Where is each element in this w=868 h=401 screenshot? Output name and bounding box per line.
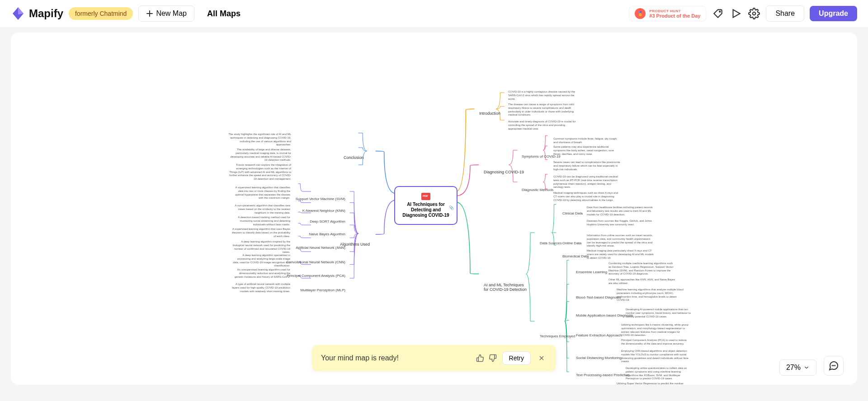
sub-text[interactable]: Text Processing-based Prediction — [576, 373, 630, 377]
sub-mlp[interactable]: Multilayer Perceptron (MLP) — [300, 288, 345, 292]
leaf[interactable]: Machine learning algorithms that analyze… — [617, 288, 684, 302]
medal-icon: 🏅 — [635, 8, 646, 19]
leaf[interactable]: Developing AI-powered mobile application… — [626, 308, 693, 318]
branch-ai-ml[interactable]: AI and ML Techniques for COVID-19 Detect… — [481, 282, 531, 293]
sub-cnn[interactable]: Convolutional Neural Network (CNN) — [286, 260, 345, 264]
branch-introduction[interactable]: Introduction — [476, 110, 503, 117]
sub-nb[interactable]: Naive Bayes Algorithm — [309, 232, 345, 236]
sub-clinical[interactable]: Clinical Data — [562, 211, 583, 215]
leaf[interactable]: COVID-19 is a highly contagious disease … — [508, 90, 576, 101]
play-icon[interactable] — [730, 7, 742, 20]
leaf[interactable]: Utilizing techniques like k-means cluste… — [621, 323, 689, 337]
mapify-logo-icon — [11, 6, 25, 21]
sub-online[interactable]: Online Data — [562, 241, 581, 245]
sub-svm[interactable]: Support Vector Machine (SVM) — [296, 197, 345, 201]
leaf[interactable]: Datasets from sources like Kaggle, GitHu… — [587, 219, 655, 227]
ph-line2: #3 Product of the Day — [649, 13, 700, 19]
svg-point-6 — [834, 365, 834, 366]
center-title: AI Techniques for Detecting and Diagnosi… — [399, 202, 453, 218]
ready-toast: Your mind map is ready! Retry — [312, 345, 556, 371]
attachment-icon: 📎 — [449, 205, 454, 210]
sub-ann[interactable]: Artificial Neural Network (ANN) — [296, 246, 345, 250]
leaf[interactable]: A detection-based tracking method used f… — [231, 216, 290, 226]
toast-text: Your mind map is ready! — [321, 354, 471, 362]
sub-techniques[interactable]: Techniques Employed — [540, 334, 575, 338]
svg-point-0 — [720, 11, 721, 12]
retry-button[interactable]: Retry — [502, 351, 531, 365]
leaf[interactable]: Medical imaging techniques such as chest… — [553, 191, 621, 202]
leaf[interactable]: A type of artificial neural network with… — [231, 283, 290, 293]
svg-marker-1 — [733, 9, 740, 17]
leaf[interactable]: A deep learning algorithm specialized in… — [231, 254, 290, 268]
logo[interactable]: Mapify — [11, 6, 63, 21]
leaf[interactable]: A deep learning algorithm inspired by th… — [231, 240, 290, 254]
sub-blood[interactable]: Blood-Test-based Diagnosis — [576, 295, 621, 299]
leaf[interactable]: Future research can explore the integrat… — [228, 163, 291, 181]
leaf[interactable]: Developing online questionnaires to coll… — [626, 367, 693, 381]
leaf[interactable]: Severe cases can lead to complications l… — [553, 161, 621, 171]
thumbs-down-icon[interactable] — [489, 354, 497, 362]
svg-point-2 — [753, 12, 756, 15]
leaf[interactable]: An unsupervised learning algorithm used … — [231, 268, 290, 279]
leaf[interactable]: Some patients may also experience additi… — [553, 145, 621, 156]
leaf[interactable]: Medical imaging data particularly chest … — [587, 249, 655, 260]
sub-feature[interactable]: Feature Extraction Approach — [576, 333, 622, 337]
leaf[interactable]: Utilizing Super Vector Regression to pre… — [617, 382, 684, 385]
leaf[interactable]: Principal Component Analysis (PCA) is us… — [621, 339, 689, 346]
leaf[interactable]: A supervised learning algorithm that cla… — [231, 186, 290, 200]
chevron-down-icon — [803, 364, 810, 371]
leaf[interactable]: COVID-19 can be diagnosed using traditio… — [553, 175, 621, 189]
chat-button[interactable] — [824, 356, 844, 376]
svg-point-5 — [832, 365, 833, 366]
ph-line1: PRODUCT HUNT — [649, 9, 700, 13]
zoom-value: 27% — [786, 364, 801, 372]
sub-ensemble[interactable]: Ensemble Learning — [576, 270, 607, 274]
leaf[interactable]: The availability of large and diverse da… — [228, 148, 291, 162]
thumbs-up-icon[interactable] — [476, 354, 484, 362]
leaf[interactable]: Accurate and timely diagnosis of COVID-1… — [508, 120, 576, 131]
new-map-button[interactable]: New Map — [138, 5, 194, 22]
zoom-control[interactable]: 27% — [779, 359, 816, 376]
new-map-label: New Map — [156, 9, 187, 18]
plus-icon — [146, 10, 153, 17]
branch-conclusion[interactable]: Conclusion — [341, 154, 363, 161]
sub-biomedical[interactable]: Biomedical Data — [562, 254, 589, 258]
sub-deepsort[interactable]: Deep SORT Algorithm — [310, 219, 345, 224]
sub-social[interactable]: Social Distancing Monitoring — [576, 356, 622, 360]
leaf[interactable]: A supervised learning algorithm that use… — [231, 228, 290, 238]
leaf[interactable]: Combining multiple machine learning algo… — [609, 262, 676, 276]
leaf[interactable]: Information from online sources such as … — [587, 234, 655, 248]
svg-point-7 — [835, 365, 835, 366]
leaf[interactable]: Data from healthcare facilities includin… — [587, 206, 655, 216]
share-button[interactable]: Share — [766, 5, 804, 22]
close-icon[interactable] — [536, 353, 547, 364]
leaf[interactable]: The disease can cause a range of symptom… — [508, 103, 576, 117]
branch-diagnosing[interactable]: Diagnosing COVID-19 — [481, 169, 527, 175]
sub-knn[interactable]: K-Nearest Neighbor (KNN) — [302, 209, 345, 213]
sub-pca[interactable]: Principal Component Analysis (PCA) — [287, 274, 345, 278]
all-maps-button[interactable]: All Maps — [200, 5, 248, 22]
product-hunt-badge[interactable]: 🏅 PRODUCT HUNT #3 Product of the Day — [629, 6, 706, 21]
leaf[interactable]: Other ML approaches like KNN, ANN, and N… — [609, 278, 676, 285]
upgrade-button[interactable]: Upgrade — [810, 6, 857, 21]
leaf[interactable]: The study highlights the significant rol… — [228, 133, 291, 147]
canvas[interactable]: AI Techniques for Detecting and Diagnosi… — [11, 33, 857, 385]
leaf[interactable]: Common symptoms include fever, fatigue, … — [553, 137, 621, 145]
tag-icon[interactable] — [712, 7, 724, 20]
logo-text: Mapify — [29, 7, 63, 20]
sub-data-sources[interactable]: Data Sources — [540, 241, 561, 245]
center-node[interactable]: AI Techniques for Detecting and Diagnosi… — [394, 186, 458, 225]
leaf[interactable]: Employing CNN-based algorithms and objec… — [621, 350, 689, 364]
sub-mobile[interactable]: Mobile Application-based Diagnosis — [576, 313, 633, 317]
leaf[interactable]: A non-parametric algorithm that classifi… — [231, 204, 290, 214]
app-header: Mapify formerly Chatmind New Map All Map… — [0, 0, 868, 27]
pdf-icon — [421, 193, 430, 200]
formerly-badge: formerly Chatmind — [69, 7, 133, 20]
sub-diagnostic-methods[interactable]: Diagnostic Methods — [522, 188, 553, 192]
gear-icon[interactable] — [748, 7, 760, 20]
